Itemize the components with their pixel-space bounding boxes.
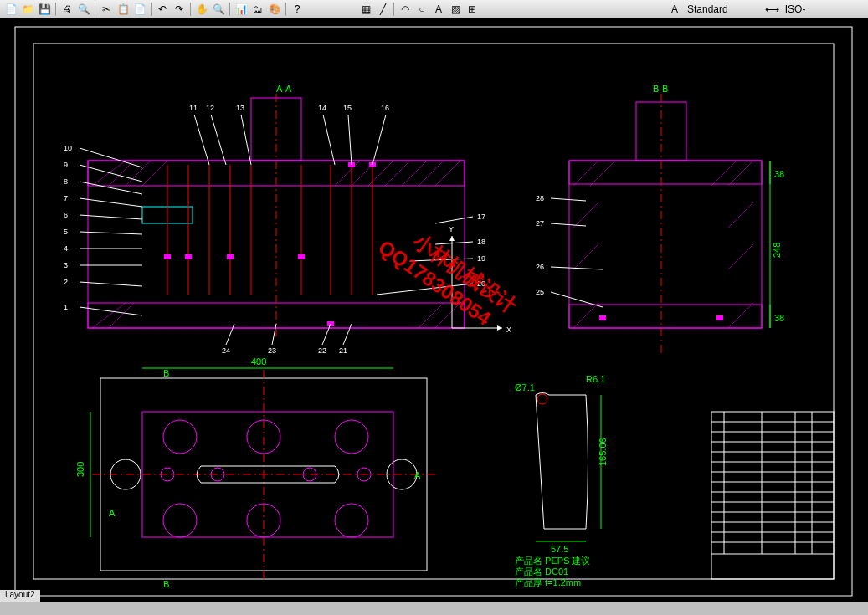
- svg-text:A: A: [109, 508, 116, 518]
- redo-icon[interactable]: ↷: [172, 2, 187, 17]
- svg-line-97: [590, 161, 615, 186]
- svg-text:165.06: 165.06: [598, 438, 608, 466]
- preview-icon[interactable]: 🔍: [76, 2, 91, 17]
- svg-line-11: [402, 161, 427, 186]
- plan-view: 400 300 A A B B: [75, 356, 435, 589]
- svg-text:产品名 PEPS 建议: 产品名 PEPS 建议: [515, 556, 590, 566]
- svg-text:A: A: [414, 470, 421, 480]
- svg-text:1: 1: [64, 303, 68, 311]
- svg-text:28: 28: [536, 194, 544, 202]
- svg-text:5: 5: [64, 228, 68, 236]
- layout-tab[interactable]: Layout2: [0, 590, 40, 602]
- paste-icon[interactable]: 📄: [132, 2, 147, 17]
- svg-text:10: 10: [64, 144, 72, 152]
- svg-line-100: [573, 303, 598, 328]
- svg-text:22: 22: [318, 346, 326, 355]
- svg-rect-91: [569, 161, 762, 328]
- svg-point-146: [537, 394, 547, 404]
- svg-text:B: B: [163, 579, 169, 589]
- svg-line-103: [573, 244, 598, 269]
- svg-text:248: 248: [772, 243, 782, 258]
- svg-marker-86: [497, 325, 502, 331]
- svg-rect-30: [185, 254, 192, 259]
- properties-icon[interactable]: 📊: [234, 2, 249, 17]
- drawing-area[interactable]: A-A B-B: [0, 18, 868, 602]
- watermark: 小林机械设计 QQ178308054: [374, 215, 521, 337]
- svg-line-80: [272, 324, 276, 345]
- svg-text:18: 18: [477, 238, 485, 246]
- help-icon[interactable]: ?: [290, 2, 305, 17]
- svg-text:14: 14: [318, 104, 326, 112]
- designcenter-icon[interactable]: 🗂: [250, 2, 265, 17]
- svg-line-84: [343, 324, 352, 345]
- svg-text:X: X: [506, 325, 511, 334]
- svg-line-109: [551, 198, 586, 201]
- section-bb-view: 28 27 26 25 38 248 38: [536, 94, 784, 353]
- svg-line-64: [323, 115, 335, 165]
- save-icon[interactable]: 💾: [37, 2, 52, 17]
- svg-point-130: [335, 420, 368, 454]
- drawing-border-outer: [15, 27, 852, 596]
- leaders-bottom: 24 23 22 21: [222, 324, 352, 355]
- svg-line-12: [419, 161, 444, 186]
- svg-line-105: [728, 244, 753, 269]
- svg-text:11: 11: [189, 104, 198, 112]
- material-notes: 产品名 PEPS 建议 产品名 DC01 产品厚 t=1.2mm: [515, 556, 590, 587]
- svg-line-4: [109, 161, 134, 186]
- svg-line-10: [385, 161, 410, 186]
- print-icon[interactable]: 🖨: [59, 2, 74, 17]
- table-icon[interactable]: ⊞: [465, 2, 480, 17]
- svg-rect-29: [164, 254, 171, 259]
- svg-line-54: [80, 282, 142, 286]
- svg-line-102: [573, 202, 598, 228]
- svg-rect-31: [227, 254, 234, 259]
- svg-text:23: 23: [268, 346, 276, 355]
- svg-text:R6.1: R6.1: [586, 374, 605, 384]
- svg-line-113: [551, 267, 603, 269]
- svg-text:Ø7.1: Ø7.1: [515, 382, 535, 392]
- svg-text:3: 3: [64, 261, 68, 269]
- cut-icon[interactable]: ✂: [99, 2, 114, 17]
- svg-text:12: 12: [206, 104, 214, 112]
- open-icon[interactable]: 📁: [20, 2, 35, 17]
- svg-line-60: [211, 115, 226, 165]
- dimstyle-dropdown[interactable]: ISO-: [785, 3, 806, 15]
- svg-line-66: [348, 115, 352, 165]
- svg-line-99: [728, 161, 753, 186]
- textstyle-icon[interactable]: A: [667, 2, 682, 17]
- svg-line-70: [435, 217, 473, 223]
- block-icon[interactable]: ▦: [358, 2, 373, 17]
- svg-line-13: [435, 161, 460, 186]
- new-icon[interactable]: 📄: [3, 2, 18, 17]
- svg-point-131: [163, 504, 197, 537]
- svg-text:7: 7: [64, 194, 68, 202]
- line-icon[interactable]: ╱: [375, 2, 390, 17]
- main-toolbar: 📄 📁 💾 🖨 🔍 ✂ 📋 📄 ↶ ↷ ✋ 🔍 📊 🗂 🎨 ? ▦ ╱ ◠ ○ …: [0, 0, 868, 18]
- section-aa-label: A-A: [276, 84, 292, 94]
- svg-line-5: [126, 161, 151, 186]
- svg-line-68: [372, 115, 386, 165]
- zoom-icon[interactable]: 🔍: [211, 2, 226, 17]
- undo-icon[interactable]: ↶: [155, 2, 170, 17]
- pan-icon[interactable]: ✋: [194, 2, 209, 17]
- drawing-border-inner: [33, 44, 834, 579]
- copy-icon[interactable]: 📋: [116, 2, 131, 17]
- svg-line-104: [728, 202, 753, 228]
- leaders-top: 11 12 13 14 15 16: [189, 104, 389, 165]
- toolpalette-icon[interactable]: 🎨: [267, 2, 282, 17]
- textstyle-dropdown[interactable]: Standard: [687, 3, 728, 15]
- svg-text:17: 17: [477, 213, 485, 221]
- arc-icon[interactable]: ◠: [398, 2, 413, 17]
- svg-line-46: [80, 215, 142, 219]
- title-block: [711, 412, 834, 579]
- svg-line-16: [419, 303, 444, 328]
- svg-line-111: [551, 223, 586, 226]
- svg-rect-106: [599, 315, 606, 320]
- hatch-icon[interactable]: ▨: [448, 2, 463, 17]
- leaders-left: 10 9 8 7 6 5 4 3 2 1: [64, 144, 142, 315]
- dimstyle-icon[interactable]: ⟷: [765, 2, 780, 17]
- circle-icon[interactable]: ○: [414, 2, 429, 17]
- svg-line-15: [109, 303, 134, 328]
- svg-line-62: [241, 115, 251, 165]
- text-icon[interactable]: A: [431, 2, 446, 17]
